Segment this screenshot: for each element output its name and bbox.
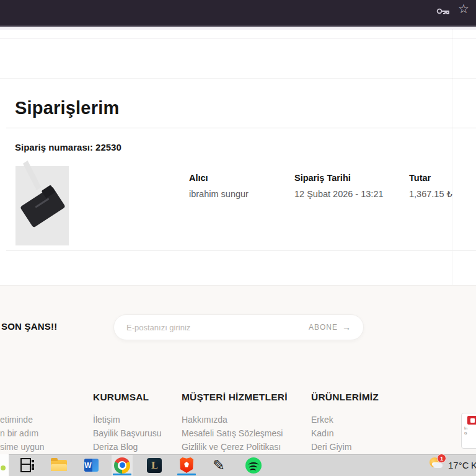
trust-badge-icon [467, 416, 476, 425]
content-top-divider [0, 78, 476, 79]
order-row-divider [6, 250, 476, 251]
order-field-label-total: Tutar [409, 173, 431, 183]
header-divider [0, 38, 476, 39]
pencil-icon: ✎ [213, 458, 225, 473]
footer-column-customer-service: Hakkımızda Mesafeli Satış Sözleşmesi Giz… [182, 413, 283, 454]
footer-link-about[interactable]: Hakkımızda [182, 413, 283, 426]
footer-link-blog[interactable]: Deriza Blog [93, 440, 162, 454]
order-field-label-buyer: Alıcı [189, 173, 208, 183]
password-key-icon[interactable] [436, 6, 451, 16]
temperature-text: 17°C [448, 460, 469, 470]
newsletter-signup: ABONE → [113, 314, 364, 340]
order-field-value-buyer: ibrahim sungur [189, 189, 249, 199]
word-icon: W [84, 459, 99, 472]
desktop-icon-fragment [1, 465, 6, 470]
word-letter: W [84, 459, 92, 472]
email-input[interactable] [125, 316, 283, 338]
browser-toolbar [0, 0, 476, 25]
file-explorer-button[interactable] [48, 454, 69, 476]
newsletter-promo-text: SON ŞANS!! [1, 321, 57, 332]
league-of-legends-button[interactable]: L [144, 454, 165, 476]
footer-heading-corporate: KURUMSAL [93, 392, 149, 403]
footer-column-products: Erkek Kadın Deri Giyim [311, 413, 351, 454]
about-line: etiminde [0, 413, 45, 426]
brave-icon [180, 457, 193, 473]
chrome-button[interactable] [112, 454, 133, 476]
footer-link-dealership[interactable]: Bayilik Başvurusu [93, 426, 162, 440]
spotify-button[interactable] [243, 454, 264, 476]
footer-heading-products: ÜRÜNLERİMİZ [311, 392, 379, 403]
cloud-icon [433, 463, 443, 468]
trust-badge[interactable]: İn G [461, 413, 476, 449]
word-button[interactable]: W [81, 454, 102, 476]
order-product-thumbnail[interactable] [15, 166, 69, 245]
league-of-legends-icon: L [147, 458, 162, 473]
bookmarks-strip [0, 27, 476, 30]
footer-link-privacy[interactable]: Gizlilik ve Çerez Politikası [182, 440, 283, 454]
arrow-right-icon: → [342, 322, 351, 332]
about-line: n bir adım [0, 426, 45, 440]
notification-badge: 1 [437, 454, 446, 463]
brave-button[interactable] [176, 454, 197, 476]
weather-text-fragment: K [471, 460, 476, 470]
footer-link-women[interactable]: Kadın [311, 426, 351, 440]
chrome-icon [114, 457, 130, 474]
footer-about-text: etiminde n bir adım sime uygun [0, 413, 45, 454]
screen: ☆ Siparişlerim Sipariş numarası: 22530 A… [0, 0, 476, 476]
chrome-running-indicator [113, 474, 131, 475]
order-number: Sipariş numarası: 22530 [15, 142, 121, 152]
about-line: sime uygun [0, 440, 45, 454]
footer-link-men[interactable]: Erkek [311, 413, 351, 426]
title-divider [6, 128, 476, 128]
footer-heading-customer-service: MÜŞTERİ HİZMETLERİ [182, 392, 288, 403]
footer-link-leather[interactable]: Deri Giyim [311, 440, 351, 454]
order-field-value-total: 1,367.15 ₺ [409, 189, 452, 199]
product-ribbon [23, 161, 41, 190]
footer-link-contact[interactable]: İletişim [93, 413, 162, 426]
trust-badge-text-2: G [462, 431, 476, 436]
subscribe-button[interactable]: ABONE → [305, 315, 355, 340]
subscribe-label: ABONE [309, 323, 338, 332]
order-field-label-date: Sipariş Tarihi [294, 173, 351, 183]
task-view-icon [20, 458, 31, 472]
task-view-button[interactable] [15, 454, 36, 476]
trust-badge-text-1: İn [462, 426, 476, 431]
windows-taskbar [0, 454, 476, 476]
footer-link-sales-contract[interactable]: Mesafeli Satış Sözleşmesi [182, 426, 283, 440]
footer-column-corporate: İletişim Bayilik Başvurusu Deriza Blog [93, 413, 162, 454]
spotify-icon [245, 457, 262, 474]
pencil-app-button[interactable]: ✎ [208, 454, 229, 476]
bookmark-star-icon[interactable]: ☆ [458, 2, 469, 15]
folder-icon [51, 460, 67, 471]
weather-widget[interactable]: 1 17°C K [428, 455, 476, 475]
page-title: Siparişlerim [15, 98, 119, 118]
brave-running-indicator [177, 474, 196, 475]
order-field-value-date: 12 Şubat 2026 - 13:21 [294, 189, 384, 199]
